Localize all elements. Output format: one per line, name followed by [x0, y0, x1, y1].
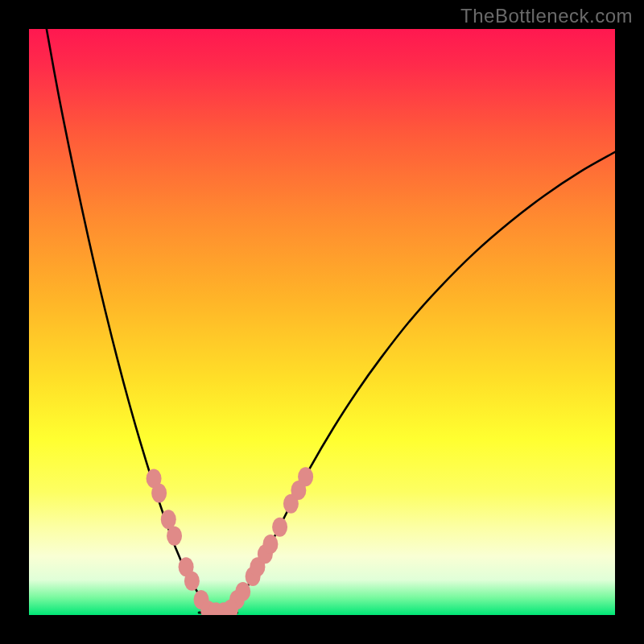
- watermark-label: TheBottleneck.com: [460, 5, 633, 27]
- marker-right: [235, 582, 250, 601]
- plot-svg: [29, 29, 615, 615]
- marker-right: [272, 518, 287, 537]
- chart-frame: TheBottleneck.com: [0, 0, 644, 644]
- gradient-background: [29, 29, 615, 615]
- marker-left: [167, 526, 182, 546]
- marker-right: [262, 535, 278, 554]
- marker-left: [161, 510, 176, 529]
- marker-right: [298, 467, 313, 486]
- marker-left: [184, 572, 200, 591]
- plot-area: [29, 29, 615, 615]
- marker-left: [151, 484, 167, 503]
